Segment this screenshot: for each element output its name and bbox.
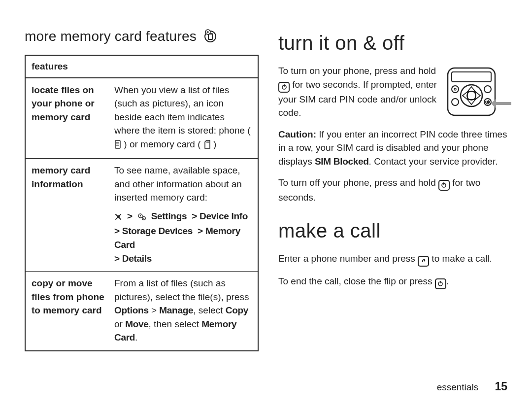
table-header: features: [26, 56, 258, 78]
phone-storage-icon: [114, 139, 121, 153]
desc-text: .: [135, 332, 137, 342]
body-text: . Contact your service provider.: [369, 156, 498, 167]
desc-text: When you view a list of files (such as p…: [114, 85, 251, 136]
paragraph: Enter a phone number and press to make a…: [278, 252, 512, 267]
table-row: memory card information To see name, ava…: [26, 159, 258, 272]
svg-point-27: [487, 101, 489, 103]
page-footer: essentials 15: [437, 380, 507, 393]
desc-text: , then select: [149, 319, 202, 329]
body-text: for two seconds. If prompted, enter your…: [278, 79, 437, 118]
heading-turn-on-off: turn it on & off: [278, 29, 512, 57]
ui-label: Copy: [226, 305, 248, 315]
page-number: 15: [495, 380, 507, 393]
path-seg: Device Info: [200, 211, 248, 221]
ui-label: Move: [125, 319, 148, 329]
desc-text: ): [213, 139, 216, 149]
body-text: To end the call, close the flip or press: [278, 276, 435, 286]
right-column: turn it on & off: [278, 29, 512, 351]
desc-text: or: [114, 319, 125, 329]
desc-text: , select: [193, 305, 225, 315]
ui-label: SIM Blocked: [315, 156, 369, 167]
desc-text: >: [149, 305, 160, 315]
feature-desc: When you view a list of files (such as p…: [114, 83, 252, 153]
footer-section: essentials: [437, 382, 479, 392]
feature-desc: From a list of files (such as pictures),…: [114, 276, 252, 344]
features-table: features locate files on your phone or m…: [25, 55, 259, 351]
feature-name: locate files on your phone or memory car…: [32, 83, 105, 153]
ui-label: Options: [114, 305, 149, 315]
path-seg: Details: [122, 253, 152, 264]
path-seg: Storage Devices: [122, 226, 193, 236]
ui-label: Manage: [159, 305, 193, 315]
svg-rect-1: [208, 34, 212, 39]
caution-label: Caution:: [278, 129, 316, 139]
feature-desc: To see name, available space, and other …: [114, 164, 252, 265]
body-text: Enter a phone number and press: [278, 253, 418, 264]
power-key-icon: [438, 180, 450, 191]
table-row: copy or move files from phone to memory …: [26, 272, 258, 350]
feature-name: memory card information: [32, 164, 105, 265]
desc-text: To see name, available space, and other …: [114, 164, 252, 205]
svg-point-14: [117, 215, 120, 218]
menu-path: > Settings > Device Info: [114, 209, 252, 225]
page-spread: more memory card features features locat…: [0, 0, 532, 351]
path-seg: Settings: [151, 211, 187, 221]
desc-text: From a list of files (such as pictures),…: [114, 278, 249, 302]
settings-icon: [137, 211, 146, 225]
left-heading-text: more memory card features: [25, 29, 197, 44]
feature-name: copy or move files from phone to memory …: [32, 276, 105, 344]
heading-make-call: make a call: [278, 216, 512, 245]
svg-point-18: [143, 218, 144, 219]
desc-text: ) or memory card (: [124, 139, 200, 149]
send-key-icon: [418, 256, 429, 267]
body-text: To turn on your phone, press and hold: [278, 66, 436, 76]
svg-point-16: [140, 215, 141, 216]
caution-paragraph: Caution: If you enter an incorrect PIN c…: [278, 128, 512, 169]
power-key-icon: [278, 82, 290, 93]
body-text: to make a call.: [429, 253, 492, 264]
paragraph: To end the call, close the flip or press…: [278, 274, 512, 289]
memory-card-icon: [203, 139, 211, 153]
left-column: more memory card features features locat…: [25, 29, 259, 351]
plus-card-icon: [203, 29, 217, 46]
menu-key-icon: [114, 211, 122, 225]
phone-illustration: [446, 65, 512, 122]
body-text: To turn off your phone, press and hold: [278, 177, 438, 188]
end-key-icon: [435, 278, 446, 289]
svg-rect-5: [115, 140, 120, 148]
menu-path: > Storage Devices > Memory Card: [114, 224, 252, 251]
left-heading: more memory card features: [25, 29, 259, 46]
body-text: .: [446, 276, 449, 286]
menu-path: > Details: [114, 252, 252, 266]
paragraph: To turn off your phone, press and hold f…: [278, 176, 512, 205]
table-row: locate files on your phone or memory car…: [26, 78, 258, 159]
